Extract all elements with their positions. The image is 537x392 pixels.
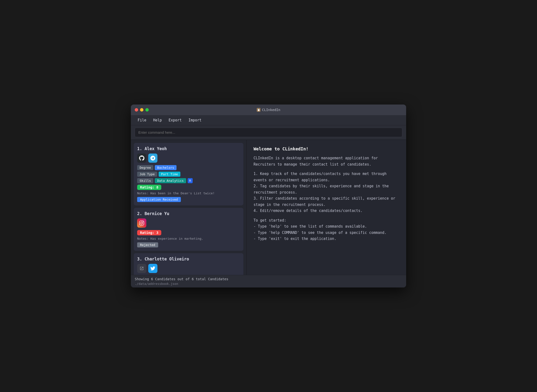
maximize-button[interactable] [145, 108, 149, 112]
jobtype-label: Job Type [137, 172, 157, 177]
close-button[interactable] [135, 108, 138, 112]
welcome-paragraph: CLInkedIn is a desktop contact managemen… [254, 155, 399, 168]
social-icons [137, 218, 240, 228]
app-window: 📋 CLInkedIn File Help Export Import 1. A… [131, 105, 406, 287]
menu-export[interactable]: Export [166, 117, 184, 124]
candidate-card: 2. Bernice YuRating: 3Notes: Has experie… [134, 208, 243, 251]
social-icons [137, 154, 240, 163]
degree-value: Bachelors [155, 165, 177, 170]
notes-text: Notes: Has been in the Dean's List twice… [137, 191, 240, 195]
welcome-title: Welcome to CLinkedIn! [254, 146, 399, 151]
menu-file[interactable]: File [135, 117, 149, 124]
status-path: ./data/addressbook.json [135, 282, 402, 286]
minimize-button[interactable] [140, 108, 143, 112]
welcome-paragraph: To get started: - Type 'help' to see the… [254, 217, 399, 242]
jobtype-row: Job Type Part Time [137, 172, 240, 177]
telegram-icon[interactable] [148, 154, 157, 163]
title-bar: 📋 CLInkedIn [131, 105, 406, 115]
main-content: 1. Alex Yeoh Degree Bachelors Job Type P… [131, 140, 406, 275]
command-input[interactable] [135, 128, 402, 137]
skill-tag: R [188, 178, 193, 183]
skills-label: Skills [137, 178, 153, 183]
rating-badge: Rating: 3 [137, 230, 161, 235]
command-bar [131, 125, 406, 140]
menu-import[interactable]: Import [185, 117, 204, 124]
menu-bar: File Help Export Import [131, 115, 406, 125]
degree-label: Degree [137, 165, 153, 170]
menu-help[interactable]: Help [150, 117, 165, 124]
external-icon[interactable] [137, 264, 146, 273]
degree-row: Degree Bachelors [137, 165, 240, 170]
candidate-name: 2. Bernice Yu [137, 211, 240, 216]
app-icon: 📋 [257, 108, 261, 112]
status-showing: Showing 6 Candidates out of 6 total Cand… [135, 277, 402, 281]
welcome-panel: Welcome to CLinkedIn! CLInkedIn is a des… [247, 140, 406, 275]
instagram-icon[interactable] [137, 218, 146, 228]
status-badge: Rejected [137, 242, 158, 247]
candidate-name: 1. Alex Yeoh [137, 146, 240, 151]
status-badge: Application Received [137, 197, 181, 202]
traffic-lights [135, 108, 149, 112]
rating-badge: Rating: 8 [137, 185, 161, 190]
github-icon[interactable] [137, 154, 146, 163]
social-icons [137, 264, 240, 273]
skill-tag: Data Analytics [155, 178, 186, 183]
notes-text: Notes: Has experience in marketing. [137, 237, 240, 240]
window-title: 📋 CLInkedIn [257, 108, 280, 112]
candidate-name: 3. Charlotte Oliveiro [137, 257, 240, 261]
welcome-body: CLInkedIn is a desktop contact managemen… [254, 155, 399, 242]
status-bar: Showing 6 Candidates out of 6 total Cand… [131, 275, 406, 287]
welcome-paragraph: 1. Keep track of the candidates/contacts… [254, 171, 399, 214]
jobtype-value: Part Time [159, 172, 180, 177]
skills-row: SkillsData AnalyticsR [137, 178, 240, 183]
twitter-icon[interactable] [148, 264, 157, 273]
candidate-card: 1. Alex Yeoh Degree Bachelors Job Type P… [134, 143, 243, 205]
candidate-card: 3. Charlotte Oliveiro Degree Masters Job… [134, 253, 243, 275]
candidates-panel: 1. Alex Yeoh Degree Bachelors Job Type P… [131, 140, 247, 275]
